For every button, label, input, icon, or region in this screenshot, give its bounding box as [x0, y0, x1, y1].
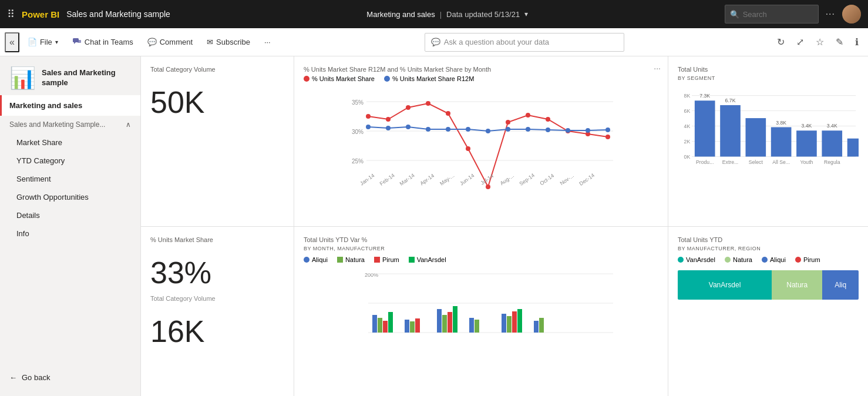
svg-point-21: [605, 135, 610, 139]
treemap-vanarsdel: VanArsdel: [678, 270, 772, 300]
svg-rect-86: [437, 309, 442, 333]
svg-point-33: [586, 128, 590, 133]
chevron-down-icon[interactable]: ▾: [524, 10, 528, 18]
svg-point-9: [366, 114, 371, 119]
sidebar-item-growth-opportunities[interactable]: Growth Opportunities: [0, 188, 140, 206]
pirum-dot: [374, 257, 380, 263]
svg-rect-87: [442, 315, 447, 333]
tile5-title: Total Units YTD Var %: [304, 236, 658, 243]
edit-button[interactable]: ✎: [831, 33, 848, 51]
tile1-title: Total Category Volume: [150, 66, 284, 73]
pirum-label: Pirum: [382, 256, 399, 263]
legend-label-1: % Units Market Share: [312, 75, 375, 82]
svg-rect-83: [405, 320, 409, 333]
svg-rect-93: [507, 316, 512, 333]
subscribe-button[interactable]: ✉ Subscribe: [201, 34, 256, 50]
sidebar-section-chevron-icon: ∧: [126, 120, 131, 129]
svg-text:Jun-14: Jun-14: [459, 173, 475, 187]
fullscreen-button[interactable]: ⤢: [792, 33, 809, 51]
qa-search-box[interactable]: 💬 Ask a question about your data: [425, 33, 624, 52]
svg-point-12: [426, 101, 430, 106]
legend-natura-6: Natura: [725, 256, 752, 263]
search-box[interactable]: 🔍: [725, 5, 819, 24]
svg-text:2K: 2K: [684, 139, 691, 145]
go-back-arrow-icon: ←: [9, 373, 17, 382]
svg-point-18: [546, 117, 550, 122]
svg-rect-97: [539, 318, 544, 333]
treemap-aliqui: Aliq: [822, 270, 859, 300]
svg-rect-82: [388, 312, 393, 333]
sidebar-section-label: Sales and Marketing Sample...: [9, 120, 105, 129]
natura6-label: Natura: [733, 256, 752, 263]
data-updated: Data updated 5/13/21: [446, 10, 520, 19]
file-label: File: [40, 38, 52, 46]
avatar[interactable]: [842, 5, 861, 24]
comment-button[interactable]: 💬 Comment: [142, 34, 199, 50]
svg-rect-91: [475, 320, 479, 333]
sidebar-item-details[interactable]: Details: [0, 206, 140, 224]
file-chevron-icon: ▾: [55, 39, 58, 45]
svg-text:Produ...: Produ...: [696, 159, 714, 165]
svg-text:May-...: May-...: [439, 173, 455, 187]
svg-text:0K: 0K: [684, 154, 691, 160]
tile-total-units-ytd-var: Total Units YTD Var % BY MONTH, MANUFACT…: [294, 227, 668, 397]
sidebar-item-info[interactable]: Info: [0, 224, 140, 243]
svg-text:6.7K: 6.7K: [725, 98, 736, 103]
go-back-button[interactable]: ← Go back: [0, 368, 140, 387]
svg-rect-66: [822, 130, 842, 156]
report-name: Sales and Marketing sample: [66, 9, 170, 19]
tile7-value: 16K: [150, 314, 284, 349]
info-button[interactable]: ℹ: [850, 33, 863, 51]
svg-text:7.3K: 7.3K: [699, 93, 710, 99]
sidebar-item-sentiment[interactable]: Sentiment: [0, 170, 140, 188]
legend-pirum: Pirum: [374, 256, 399, 263]
svg-text:All Se...: All Se...: [772, 159, 790, 165]
svg-rect-95: [517, 309, 522, 333]
svg-text:Select: Select: [749, 159, 763, 165]
sidebar-report-title: Sales and Marketing sample: [42, 68, 131, 88]
svg-point-16: [506, 120, 510, 125]
svg-rect-88: [448, 312, 452, 333]
tile1-value: 50K: [150, 85, 284, 120]
svg-text:Oct-14: Oct-14: [539, 173, 555, 187]
refresh-button[interactable]: ↻: [772, 33, 789, 51]
sidebar-item-marketing-and-sales[interactable]: Marketing and sales: [0, 95, 140, 116]
chat-teams-icon: [72, 36, 82, 48]
sidebar-section-header[interactable]: Sales and Marketing Sample... ∧: [0, 116, 140, 133]
bookmark-button[interactable]: ☆: [811, 33, 829, 51]
subscribe-label: Subscribe: [216, 38, 250, 46]
tile2-more-icon[interactable]: ···: [654, 63, 661, 73]
more-options-icon[interactable]: ···: [826, 9, 835, 19]
file-icon: 📄: [28, 38, 37, 46]
sidebar-item-ytd-category[interactable]: YTD Category: [0, 152, 140, 170]
aliqui-dot: [304, 257, 309, 263]
tile-percent-units-market-share: % Units Market Share 33% Total Category …: [141, 227, 294, 397]
ytd-bar-chart-svg: 200%: [304, 268, 658, 344]
svg-point-15: [486, 184, 490, 189]
svg-rect-57: [695, 100, 715, 156]
svg-rect-85: [415, 318, 420, 333]
file-button[interactable]: 📄 File ▾: [22, 34, 64, 50]
svg-point-26: [446, 127, 450, 132]
legend-item-units-market-share-r12m: % Units Market Share R12M: [384, 75, 474, 82]
tile2-title: % Units Market Share R12M and % Units Ma…: [304, 66, 658, 73]
tile3-subtitle: BY SEGMENT: [678, 75, 859, 81]
chat-in-teams-button[interactable]: Chat in Teams: [66, 33, 139, 51]
svg-point-14: [466, 146, 470, 151]
toolbar-more-button[interactable]: ···: [258, 34, 277, 50]
sidebar-item-market-share[interactable]: Market Share: [0, 133, 140, 152]
top-navigation: ⠿ Power BI Sales and Marketing sample Ma…: [0, 0, 868, 28]
tile5-subtitle: BY MONTH, MANUFACTURER: [304, 246, 658, 251]
tile-total-units-ytd: Total Units YTD BY MANUFACTURER, REGION …: [668, 227, 868, 397]
legend-item-units-market-share: % Units Market Share: [304, 75, 375, 82]
bar-chart-svg: 8K 6K 4K 2K 0K 7.3K: [678, 86, 859, 183]
app-grid-icon[interactable]: ⠿: [7, 8, 15, 21]
search-input[interactable]: [743, 10, 813, 19]
line-chart-svg: 35% 30% 25%: [304, 87, 658, 204]
svg-rect-80: [378, 318, 382, 333]
vanarsdel6-label: VanArsdel: [686, 256, 715, 263]
back-button[interactable]: «: [5, 32, 19, 52]
tile3-title: Total Units: [678, 66, 859, 73]
svg-rect-89: [453, 306, 457, 333]
pirum6-dot: [795, 257, 801, 263]
